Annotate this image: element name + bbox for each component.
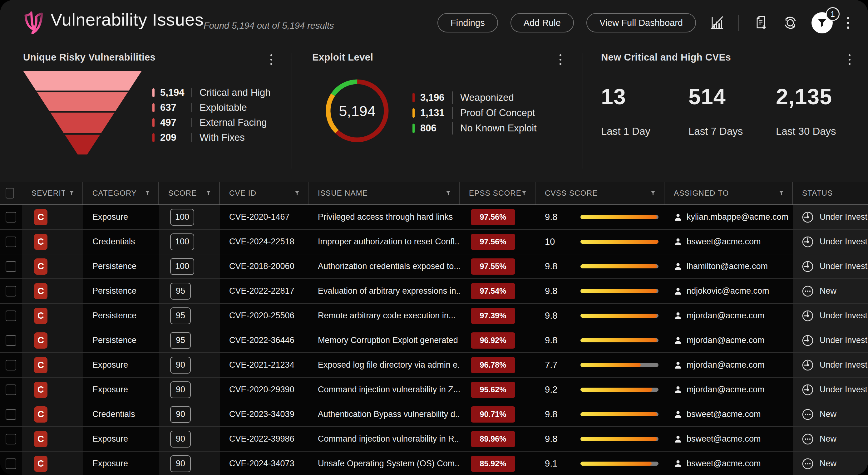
table-row[interactable]: CExposure100CVE-2020-1467Privileged acce…: [0, 205, 868, 230]
donut-chart: 5,194: [323, 76, 392, 145]
legend-tick: [412, 108, 415, 118]
card-kebab-menu-icon[interactable]: [847, 53, 852, 67]
legend-tick: [412, 124, 415, 133]
column-header-checkbox[interactable]: [0, 182, 22, 204]
score-pill: 100: [170, 258, 194, 275]
row-checkbox[interactable]: [6, 286, 16, 296]
column-header-cve-id[interactable]: CVE ID: [220, 182, 308, 204]
filter-icon[interactable]: [521, 189, 527, 197]
column-header-issue-name[interactable]: ISSUE NAME: [308, 182, 460, 204]
column-header-category[interactable]: CATEGORY: [83, 182, 159, 204]
findings-button[interactable]: Findings: [437, 13, 498, 32]
epss-score-badge: 85.92%: [471, 456, 515, 472]
filter-icon[interactable]: [650, 189, 656, 197]
card-kebab-menu-icon[interactable]: [269, 53, 274, 67]
column-header-severity[interactable]: SEVERITY: [22, 182, 83, 204]
table-row[interactable]: CExposure90CVE-2020-29390Command injecti…: [0, 378, 868, 402]
legend-label: No Known Exploit: [460, 123, 537, 134]
refresh-icon[interactable]: [781, 14, 799, 32]
table-row[interactable]: CPersistence95CVE-2022-22817Evaluation o…: [0, 279, 868, 304]
cell-cve-id: CVE-2020-1467: [220, 205, 308, 229]
filter-icon[interactable]: [294, 189, 300, 197]
cell-severity: C: [22, 353, 83, 377]
column-header-score[interactable]: SCORE: [159, 182, 220, 204]
cell-cvss-score: 9.1: [535, 452, 664, 475]
filter-icon[interactable]: [445, 189, 451, 197]
select-all-checkbox[interactable]: [6, 188, 14, 198]
header-kebab-menu-icon[interactable]: [845, 15, 851, 31]
cell-checkbox: [0, 279, 22, 303]
column-label: SCORE: [168, 189, 197, 197]
view-full-dashboard-button[interactable]: View Full Dashboard: [586, 13, 696, 32]
cell-cve-id: CVE-2022-22817: [220, 279, 308, 303]
category-value: Exposure: [92, 459, 128, 469]
cvss-score-bar-fill: [581, 437, 657, 441]
cell-severity: C: [22, 279, 83, 303]
category-value: Exposure: [92, 360, 128, 370]
legend-item: 637Exploitable: [152, 100, 270, 115]
row-checkbox[interactable]: [6, 360, 16, 371]
column-header-cvss-score[interactable]: CVSS SCORE: [535, 182, 664, 204]
assigned-email-value: mjordan@acme.com: [687, 360, 765, 370]
table-row[interactable]: CPersistence100CVE-2018-20060Authorizati…: [0, 254, 868, 279]
table-row[interactable]: CCredentials90CVE-2023-34039Authenticati…: [0, 402, 868, 427]
table-row[interactable]: CExposure90CVE-2021-21234Exposed log fil…: [0, 353, 868, 378]
status-value: Under Investigation: [819, 336, 868, 345]
cell-cve-id: CVE-2021-21234: [220, 353, 308, 377]
filter-icon[interactable]: [779, 189, 784, 197]
cell-checkbox: [0, 402, 22, 426]
table-row[interactable]: CPersistence95CVE-2020-25506Remote arbit…: [0, 304, 868, 328]
column-label: SEVERITY: [32, 189, 65, 197]
table-row[interactable]: CExposure90CVE-2024-34073Unsafe Operatin…: [0, 452, 868, 475]
under-investigation-clock-icon: [802, 310, 814, 322]
cell-status: New: [793, 427, 868, 451]
table-row[interactable]: CCredentials100CVE-2024-22518Improper au…: [0, 230, 868, 254]
under-investigation-clock-icon: [802, 235, 814, 248]
cell-cvss-score: 9.8: [535, 279, 664, 303]
epss-score-badge: 89.96%: [471, 431, 515, 447]
top-section: Vulnerability Issues Found 5,194 out of …: [0, 0, 868, 205]
legend-separator: [191, 133, 192, 142]
cell-epss-score: 95.62%: [460, 378, 535, 402]
new-status-icon: [802, 433, 814, 445]
row-checkbox[interactable]: [6, 212, 16, 223]
cell-checkbox: [0, 452, 22, 475]
toolbar-divider: [738, 15, 739, 31]
row-checkbox[interactable]: [6, 261, 16, 272]
row-checkbox[interactable]: [6, 335, 16, 346]
row-checkbox[interactable]: [6, 458, 16, 469]
status-value: Under Investigation: [819, 237, 868, 247]
row-checkbox[interactable]: [6, 311, 16, 321]
cell-score: 90: [159, 427, 220, 451]
row-checkbox[interactable]: [6, 384, 16, 395]
filter-icon[interactable]: [206, 189, 211, 197]
row-checkbox[interactable]: [6, 236, 16, 247]
column-header-epss-score[interactable]: EPSS SCORE: [460, 182, 535, 204]
cell-issue-name: Remote arbitrary code execution in...: [308, 304, 460, 328]
cell-cvss-score: 10: [535, 230, 664, 254]
epss-score-badge: 97.55%: [471, 258, 515, 275]
add-rule-button[interactable]: Add Rule: [510, 13, 574, 32]
cell-assigned-to: bsweet@acme.com: [664, 452, 793, 475]
cvss-score-bar-fill: [581, 215, 657, 219]
card-kebab-menu-icon[interactable]: [558, 53, 563, 67]
table-row[interactable]: CPersistence95CVE-2022-36446Memory Corru…: [0, 328, 868, 353]
cell-issue-name: Command injection vulnerability in Z...: [308, 378, 460, 402]
column-header-assigned-to[interactable]: ASSIGNED TO: [664, 182, 793, 204]
chart-disabled-icon[interactable]: [708, 14, 726, 32]
export-report-icon[interactable]: [751, 14, 769, 32]
filter-icon[interactable]: [145, 189, 150, 197]
funnel-chart: [23, 71, 142, 155]
table-row[interactable]: CExposure90CVE-2022-39986Command injecti…: [0, 427, 868, 452]
filter-icon[interactable]: [69, 189, 74, 197]
person-icon: [674, 336, 682, 345]
category-value: Exposure: [92, 434, 128, 444]
donut-legend: 3,196Weaponized1,131Proof Of Concept806N…: [412, 90, 537, 136]
cvss-score-bar: [581, 462, 658, 466]
assigned-email-value: mjordan@acme.com: [687, 336, 765, 345]
unique-risky-vulnerabilities-card: Unique Risky Vulnerabilities 5,194Critic…: [0, 47, 291, 205]
row-checkbox[interactable]: [6, 434, 16, 444]
cve-id-value: CVE-2020-29390: [229, 385, 294, 394]
user-avatar[interactable]: 1: [811, 12, 833, 33]
row-checkbox[interactable]: [6, 409, 16, 420]
